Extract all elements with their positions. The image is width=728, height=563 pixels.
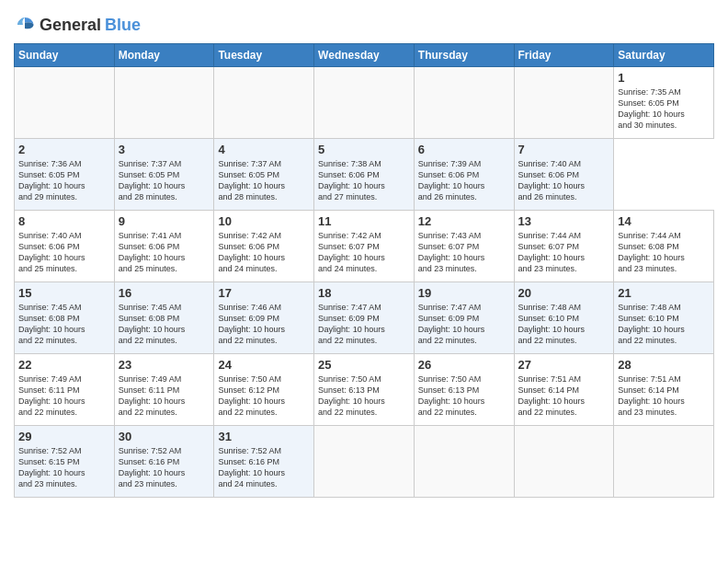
header-wednesday: Wednesday: [314, 44, 415, 67]
day-number: 22: [18, 358, 110, 372]
day-info: Sunrise: 7:50 AMSunset: 6:12 PMDaylight:…: [218, 373, 310, 419]
calendar-cell: 22Sunrise: 7:49 AMSunset: 6:11 PMDayligh…: [15, 354, 115, 426]
calendar-cell: [614, 426, 714, 498]
calendar-cell: [15, 67, 115, 139]
calendar-cell: 23Sunrise: 7:49 AMSunset: 6:11 PMDayligh…: [114, 354, 214, 426]
day-number: 11: [318, 214, 410, 228]
header-monday: Monday: [114, 44, 214, 67]
day-number: 27: [518, 358, 610, 372]
day-info: Sunrise: 7:48 AMSunset: 6:10 PMDaylight:…: [618, 302, 710, 347]
calendar-week-row: 22Sunrise: 7:49 AMSunset: 6:11 PMDayligh…: [15, 354, 714, 426]
day-info: Sunrise: 7:48 AMSunset: 6:10 PMDaylight:…: [518, 302, 610, 347]
calendar-cell: 8Sunrise: 7:40 AMSunset: 6:06 PMDaylight…: [15, 211, 115, 282]
day-number: 18: [318, 286, 410, 300]
calendar-cell: 20Sunrise: 7:48 AMSunset: 6:10 PMDayligh…: [514, 282, 614, 354]
day-info: Sunrise: 7:44 AMSunset: 6:08 PMDaylight:…: [618, 230, 710, 275]
day-number: 4: [218, 143, 310, 156]
day-info: Sunrise: 7:46 AMSunset: 6:09 PMDaylight:…: [218, 302, 310, 347]
calendar-cell: 11Sunrise: 7:42 AMSunset: 6:07 PMDayligh…: [314, 211, 415, 282]
logo: General Blue: [14, 14, 141, 36]
day-number: 10: [218, 214, 310, 228]
calendar-cell: 25Sunrise: 7:50 AMSunset: 6:13 PMDayligh…: [314, 354, 415, 426]
calendar-cell: 10Sunrise: 7:42 AMSunset: 6:06 PMDayligh…: [214, 211, 314, 282]
day-number: 23: [119, 358, 210, 372]
logo-icon: [14, 14, 36, 36]
calendar-container: General Blue Sunday Monday Tuesday Wedne…: [0, 0, 728, 507]
day-number: 9: [119, 214, 210, 228]
calendar-week-row: 2Sunrise: 7:36 AMSunset: 6:05 PMDaylight…: [15, 139, 714, 211]
calendar-cell: [414, 426, 514, 498]
header: General Blue: [14, 14, 714, 36]
calendar-cell: 5Sunrise: 7:38 AMSunset: 6:06 PMDaylight…: [314, 139, 415, 211]
day-info: Sunrise: 7:35 AMSunset: 6:05 PMDaylight:…: [618, 86, 710, 132]
calendar-cell: 4Sunrise: 7:37 AMSunset: 6:05 PMDaylight…: [214, 139, 314, 211]
calendar-cell: 30Sunrise: 7:52 AMSunset: 6:16 PMDayligh…: [114, 426, 214, 498]
day-number: 29: [18, 430, 110, 443]
day-info: Sunrise: 7:47 AMSunset: 6:09 PMDaylight:…: [418, 302, 510, 347]
calendar-week-row: 1Sunrise: 7:35 AMSunset: 6:05 PMDaylight…: [15, 67, 714, 139]
day-number: 26: [418, 358, 510, 372]
day-info: Sunrise: 7:44 AMSunset: 6:07 PMDaylight:…: [518, 230, 610, 275]
day-number: 20: [518, 286, 610, 300]
calendar-cell: 18Sunrise: 7:47 AMSunset: 6:09 PMDayligh…: [314, 282, 415, 354]
day-info: Sunrise: 7:47 AMSunset: 6:09 PMDaylight:…: [318, 302, 410, 347]
day-number: 12: [418, 214, 510, 228]
day-number: 1: [618, 71, 710, 85]
logo-general-text: General: [40, 16, 101, 35]
calendar-cell: 12Sunrise: 7:43 AMSunset: 6:07 PMDayligh…: [414, 211, 514, 282]
calendar-cell: 28Sunrise: 7:51 AMSunset: 6:14 PMDayligh…: [614, 354, 714, 426]
calendar-cell: 13Sunrise: 7:44 AMSunset: 6:07 PMDayligh…: [514, 211, 614, 282]
day-info: Sunrise: 7:37 AMSunset: 6:05 PMDaylight:…: [119, 158, 210, 203]
day-number: 19: [418, 286, 510, 300]
day-number: 21: [618, 286, 710, 300]
calendar-cell: 31Sunrise: 7:52 AMSunset: 6:16 PMDayligh…: [214, 426, 314, 498]
calendar-header-row: Sunday Monday Tuesday Wednesday Thursday…: [15, 44, 714, 67]
day-info: Sunrise: 7:42 AMSunset: 6:07 PMDaylight:…: [318, 230, 410, 275]
calendar-cell: 3Sunrise: 7:37 AMSunset: 6:05 PMDaylight…: [114, 139, 214, 211]
day-info: Sunrise: 7:50 AMSunset: 6:13 PMDaylight:…: [318, 373, 410, 419]
day-info: Sunrise: 7:52 AMSunset: 6:16 PMDaylight:…: [119, 445, 210, 490]
day-info: Sunrise: 7:51 AMSunset: 6:14 PMDaylight:…: [618, 373, 710, 419]
day-info: Sunrise: 7:40 AMSunset: 6:06 PMDaylight:…: [518, 158, 610, 203]
day-info: Sunrise: 7:41 AMSunset: 6:06 PMDaylight:…: [119, 230, 210, 275]
day-info: Sunrise: 7:43 AMSunset: 6:07 PMDaylight:…: [418, 230, 510, 275]
calendar-cell: 2Sunrise: 7:36 AMSunset: 6:05 PMDaylight…: [15, 139, 115, 211]
calendar-cell: 6Sunrise: 7:39 AMSunset: 6:06 PMDaylight…: [414, 139, 514, 211]
calendar-cell: 26Sunrise: 7:50 AMSunset: 6:13 PMDayligh…: [414, 354, 514, 426]
calendar-cell: 27Sunrise: 7:51 AMSunset: 6:14 PMDayligh…: [514, 354, 614, 426]
calendar-cell: [214, 67, 314, 139]
day-number: 30: [119, 430, 210, 443]
calendar-cell: 16Sunrise: 7:45 AMSunset: 6:08 PMDayligh…: [114, 282, 214, 354]
day-number: 7: [518, 143, 610, 156]
calendar-cell: 24Sunrise: 7:50 AMSunset: 6:12 PMDayligh…: [214, 354, 314, 426]
calendar-cell: 19Sunrise: 7:47 AMSunset: 6:09 PMDayligh…: [414, 282, 514, 354]
calendar-table: Sunday Monday Tuesday Wednesday Thursday…: [14, 43, 714, 498]
calendar-cell: 7Sunrise: 7:40 AMSunset: 6:06 PMDaylight…: [514, 139, 614, 211]
day-info: Sunrise: 7:50 AMSunset: 6:13 PMDaylight:…: [418, 373, 510, 419]
calendar-cell: [314, 426, 415, 498]
day-number: 16: [119, 286, 210, 300]
header-tuesday: Tuesday: [214, 44, 314, 67]
calendar-cell: 1Sunrise: 7:35 AMSunset: 6:05 PMDaylight…: [614, 67, 714, 139]
calendar-cell: 29Sunrise: 7:52 AMSunset: 6:15 PMDayligh…: [15, 426, 115, 498]
day-number: 8: [18, 214, 110, 228]
day-number: 31: [218, 430, 310, 443]
calendar-week-row: 29Sunrise: 7:52 AMSunset: 6:15 PMDayligh…: [15, 426, 714, 498]
day-number: 28: [618, 358, 710, 372]
day-info: Sunrise: 7:37 AMSunset: 6:05 PMDaylight:…: [218, 158, 310, 203]
day-number: 5: [318, 143, 410, 156]
calendar-week-row: 8Sunrise: 7:40 AMSunset: 6:06 PMDaylight…: [15, 211, 714, 282]
day-info: Sunrise: 7:52 AMSunset: 6:15 PMDaylight:…: [18, 445, 110, 490]
day-number: 6: [418, 143, 510, 156]
day-info: Sunrise: 7:39 AMSunset: 6:06 PMDaylight:…: [418, 158, 510, 203]
day-number: 13: [518, 214, 610, 228]
day-info: Sunrise: 7:52 AMSunset: 6:16 PMDaylight:…: [218, 445, 310, 490]
calendar-cell: [414, 67, 514, 139]
calendar-cell: [114, 67, 214, 139]
day-number: 2: [18, 143, 110, 156]
day-info: Sunrise: 7:51 AMSunset: 6:14 PMDaylight:…: [518, 373, 610, 419]
day-info: Sunrise: 7:45 AMSunset: 6:08 PMDaylight:…: [18, 302, 110, 347]
day-info: Sunrise: 7:42 AMSunset: 6:06 PMDaylight:…: [218, 230, 310, 275]
day-info: Sunrise: 7:38 AMSunset: 6:06 PMDaylight:…: [318, 158, 410, 203]
logo-blue-text: Blue: [105, 16, 141, 35]
